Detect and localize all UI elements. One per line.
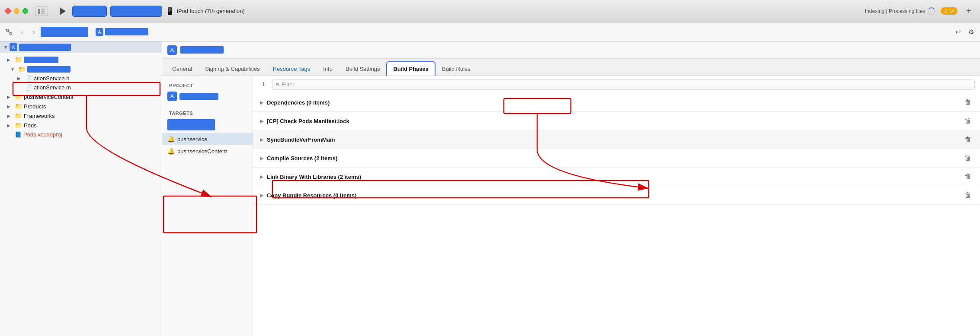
- phase-sync-bundle[interactable]: ▶ SyncBundleVerFromMain 🗑: [253, 130, 980, 149]
- maximize-button[interactable]: [22, 8, 28, 14]
- target-item-redacted[interactable]: [162, 117, 253, 133]
- device-selector[interactable]: 📱 iPod touch (7th generation): [166, 7, 245, 15]
- svg-rect-2: [41, 10, 45, 12]
- add-phase-button[interactable]: +: [258, 79, 269, 90]
- folder-icon: 📁: [15, 56, 22, 63]
- tab-info[interactable]: Info: [317, 62, 339, 76]
- sidebar-project-name[interactable]: [19, 44, 71, 51]
- app-icon: A: [96, 28, 103, 36]
- spinner-icon: [928, 7, 935, 15]
- phase-arrow-6: ▶: [260, 193, 263, 198]
- sidebar-pods-label: Pods: [24, 122, 37, 129]
- delete-phase-4-button[interactable]: 🗑: [963, 154, 973, 162]
- phase-link-binary[interactable]: ▶ Link Binary With Libraries (2 items) 🗑: [253, 168, 980, 186]
- tab-general[interactable]: General: [166, 62, 199, 76]
- filter-icon: ≡: [276, 81, 279, 88]
- phase-copy-bundle[interactable]: ▶ Copy Bundle Resources (0 items) 🗑: [253, 186, 980, 205]
- target-redacted: [167, 119, 215, 130]
- sidebar-app-icon: A: [10, 43, 17, 51]
- toolbar-right-icons: ↩ ⚙: [952, 26, 977, 38]
- sidebar-item-pods[interactable]: ▶ 📁 Pods: [0, 120, 162, 130]
- phase-dependencies-label: Dependencies (0 items): [267, 99, 963, 106]
- sidebar-item-frameworks[interactable]: ▶ 📁 Frameworks: [0, 111, 162, 120]
- target-item-pushservice[interactable]: 🔔 pushservice: [162, 133, 253, 145]
- target-pushservice-content-label: pushserviceContent: [177, 148, 227, 155]
- back-nav-button[interactable]: ‹: [16, 27, 27, 37]
- phase-arrow-3: ▶: [260, 137, 263, 143]
- phase-compile-sources[interactable]: ▶ Compile Sources (2 items) 🗑: [253, 149, 980, 168]
- phase-check-pods[interactable]: ▶ [CP] Check Pods Manifest.lock 🗑: [253, 112, 980, 130]
- project-item[interactable]: A: [162, 89, 253, 104]
- svg-rect-3: [41, 13, 45, 14]
- return-icon[interactable]: ↩: [952, 26, 964, 38]
- folder-icon-products: 📁: [15, 103, 22, 110]
- tab-build-settings[interactable]: Build Settings: [339, 62, 387, 76]
- svg-rect-1: [41, 9, 45, 10]
- sidebar-item-folder1[interactable]: ▶ 📁: [0, 55, 162, 64]
- sidebar-item-sub1[interactable]: ▶ 📄 ationService.h: [0, 74, 162, 83]
- project-panel-name: [179, 93, 218, 100]
- phase-dependencies[interactable]: ▶ Dependencies (0 items) 🗑: [253, 93, 980, 112]
- source-control-icon[interactable]: [3, 26, 15, 38]
- delete-phase-6-button[interactable]: 🗑: [963, 191, 973, 199]
- xcodeproj-icon: 📘: [15, 131, 22, 138]
- content-area: A General Signing & Capabilities Resourc…: [162, 41, 980, 336]
- play-icon: [60, 7, 66, 15]
- phase-compile-sources-label: Compile Sources (2 items): [267, 155, 963, 162]
- sidebar-content: ▶ 📁 ▼ 📁 ▶ 📄 ationService.h: [0, 53, 162, 336]
- project-panel-icon: A: [167, 92, 177, 101]
- sidebar-item-folder2[interactable]: ▼ 📁: [0, 64, 162, 74]
- delete-phase-1-button[interactable]: 🗑: [963, 98, 973, 106]
- tab-build-rules[interactable]: Build Rules: [436, 62, 477, 76]
- bell-icon-pushservice: 🔔: [167, 136, 175, 143]
- phase-copy-bundle-label: Copy Bundle Resources (0 items): [267, 192, 963, 199]
- sidebar-item-products[interactable]: ▶ 📁 Products: [0, 101, 162, 111]
- build-phases-content: + ≡ Filter ▶ Dependencies (0 items) 🗑 ▶: [253, 76, 980, 336]
- expand-arrow-top: ▼: [3, 45, 8, 50]
- indexing-text: Indexing | Processing files: [865, 8, 925, 14]
- scheme-selector-1[interactable]: [72, 6, 107, 17]
- sidebar-folder2-label: [27, 66, 70, 73]
- target-item-pushservice-content[interactable]: 🔔 pushserviceContent: [162, 145, 253, 157]
- play-button[interactable]: [57, 5, 69, 17]
- svg-point-4: [6, 29, 9, 31]
- tab-resource-tags[interactable]: Resource Tags: [266, 62, 317, 76]
- filter-input[interactable]: ≡ Filter: [272, 79, 975, 90]
- forward-nav-button[interactable]: ›: [29, 27, 39, 37]
- svg-line-6: [7, 31, 11, 32]
- breadcrumb-scheme[interactable]: [41, 27, 88, 37]
- phase-sync-bundle-label: SyncBundleVerFromMain: [267, 136, 963, 143]
- two-col-layout: PROJECT A TARGETS 🔔 pu: [162, 76, 980, 336]
- minimize-button[interactable]: [14, 8, 19, 14]
- add-button[interactable]: +: [963, 6, 975, 16]
- status-area: Indexing | Processing files ⚠ 14 +: [865, 6, 975, 16]
- sidebar-pods-xcodeproj-label[interactable]: Pods.xcodeproj: [23, 131, 62, 138]
- folder-icon-pods: 📁: [15, 122, 22, 129]
- toolbar-separator: [92, 26, 92, 38]
- tab-build-phases[interactable]: Build Phases: [386, 61, 436, 76]
- scheme-selector-2[interactable]: [110, 6, 162, 17]
- sidebar-item-pods-xcodeproj[interactable]: 📘 Pods.xcodeproj: [0, 130, 162, 139]
- delete-phase-5-button[interactable]: 🗑: [963, 173, 973, 181]
- phase-arrow-2: ▶: [260, 118, 263, 124]
- warning-badge[interactable]: ⚠ 14: [941, 7, 958, 15]
- phase-check-pods-label: [CP] Check Pods Manifest.lock: [267, 118, 963, 124]
- tab-signing[interactable]: Signing & Capabilities: [199, 62, 266, 76]
- phases-toolbar: + ≡ Filter: [253, 76, 980, 93]
- sidebar-top-row[interactable]: ▼ A: [0, 41, 162, 53]
- sidebar-item-sub2[interactable]: 📄 ationService.m: [0, 83, 162, 92]
- sidebar-item-label-ationservice-h: ationService.h: [34, 75, 69, 82]
- title-bar: 📱 iPod touch (7th generation) Indexing |…: [0, 0, 980, 22]
- delete-phase-3-button[interactable]: 🗑: [963, 136, 973, 143]
- sidebar-toggle-button[interactable]: [35, 6, 48, 16]
- sidebar-item-pushservice-content[interactable]: ▶ 📁 pushserviceContent: [0, 92, 162, 101]
- close-button[interactable]: [5, 8, 11, 14]
- sidebar-item-label-ationservice-m: ationService.m: [34, 84, 71, 91]
- breadcrumb-project[interactable]: [105, 28, 148, 35]
- breadcrumb: A: [96, 28, 951, 36]
- phase-arrow-5: ▶: [260, 174, 263, 180]
- sidebar-products-label: Products: [24, 103, 46, 110]
- settings-icon[interactable]: ⚙: [965, 26, 977, 38]
- svg-point-5: [10, 32, 12, 35]
- delete-phase-2-button[interactable]: 🗑: [963, 117, 973, 125]
